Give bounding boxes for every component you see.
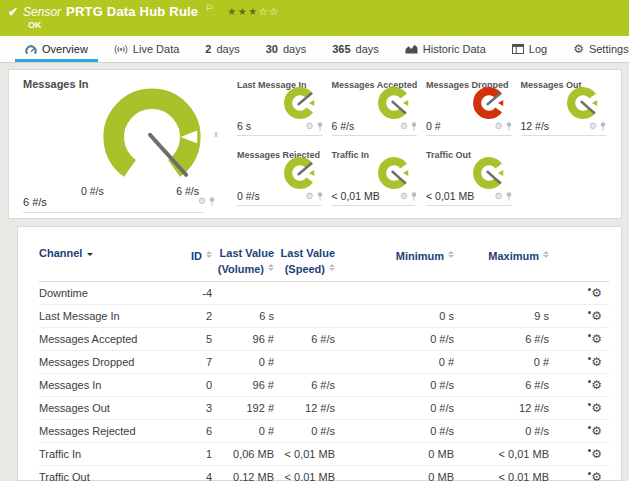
pin-icon[interactable]: [411, 192, 417, 201]
star-icon[interactable]: ☆: [269, 6, 279, 17]
tab-overview[interactable]: Overview: [12, 36, 101, 62]
gear-icon[interactable]: ⚙: [400, 122, 408, 131]
channel-settings-icon[interactable]: ⚙: [591, 471, 602, 481]
gauge-title: Traffic Out: [426, 150, 471, 160]
tab-log[interactable]: Log: [499, 36, 560, 62]
content-area: Messages In x̄ 0 #/s 6 #/s 6 #/s ⚙ Last …: [0, 63, 629, 481]
tab-30-days[interactable]: 30days: [253, 36, 320, 62]
cell-last-value-volume: 0,06 MB: [212, 448, 274, 460]
pin-icon[interactable]: [209, 197, 215, 206]
cell-id: 7: [164, 356, 212, 368]
cell-actions: ⚙: [549, 310, 609, 322]
pin-icon[interactable]: [317, 122, 323, 131]
gauge-value: 6 #/s: [23, 196, 47, 208]
cell-maximum: 12 #/s: [454, 402, 549, 414]
gauge-value-row: < 0,01 MB ⚙: [426, 190, 512, 206]
table-row: Messages Out 3 192 # 12 #/s 0 #/s 12 #/s…: [39, 397, 609, 420]
table-row: Traffic Out 4 0,12 MB < 0,01 MB 0 MB < 0…: [39, 466, 609, 481]
gear-icon[interactable]: ⚙: [198, 197, 206, 206]
live-data-icon: [114, 44, 128, 55]
star-icon[interactable]: ★: [227, 6, 237, 17]
pin-icon[interactable]: [506, 192, 512, 201]
gear-icon[interactable]: ⚙: [494, 122, 502, 131]
gauge-value-row: 0 # ⚙: [426, 120, 512, 136]
priority-stars[interactable]: ★★★☆☆: [227, 7, 279, 17]
gear-icon[interactable]: ⚙: [305, 192, 313, 201]
cell-id: 3: [164, 402, 212, 414]
sensor-status-banner: ✔ Sensor PRTG Data Hub Rule ⚐ ★★★☆☆ OK: [0, 0, 629, 36]
column-header-speed[interactable]: Last Value(Speed): [274, 247, 335, 276]
star-icon[interactable]: ☆: [259, 6, 269, 17]
cell-channel: Downtime: [39, 287, 164, 299]
pin-icon[interactable]: [411, 122, 417, 131]
cell-maximum: < 0,01 MB: [454, 448, 549, 460]
channel-table-body: Downtime -4 ⚙ Last Message In 2 6 s 0 s …: [39, 282, 609, 481]
pin-icon[interactable]: [317, 192, 323, 201]
cell-last-value-volume: 192 #: [212, 402, 274, 414]
gear-icon[interactable]: ⚙: [305, 122, 313, 131]
pin-icon[interactable]: [600, 122, 606, 131]
channel-settings-icon[interactable]: ⚙: [591, 356, 602, 368]
cell-last-value-volume: 0 #: [212, 356, 274, 368]
channel-settings-icon[interactable]: ⚙: [591, 425, 602, 437]
channel-settings-icon[interactable]: ⚙: [591, 333, 602, 345]
column-header-channel[interactable]: Channel: [39, 247, 164, 276]
column-header-volume[interactable]: Last Value(Volume): [212, 247, 274, 276]
flag-icon[interactable]: ⚐: [205, 3, 213, 13]
star-icon[interactable]: ★: [248, 6, 258, 17]
cell-id: 2: [164, 310, 212, 322]
tab-bar: Overview Live Data 2days 30days 365days …: [0, 36, 629, 63]
channel-settings-icon[interactable]: ⚙: [591, 402, 602, 414]
channel-table-header: ChannelIDLast Value(Volume)Last Value(Sp…: [39, 247, 609, 282]
gear-icon[interactable]: ⚙: [589, 122, 597, 131]
gauge-value: 12 #/s: [521, 120, 550, 132]
gauge-title: Messages In: [23, 78, 88, 90]
table-row: Traffic In 1 0,06 MB < 0,01 MB 0 MB < 0,…: [39, 443, 609, 466]
sort-icon: [543, 248, 549, 261]
table-row: Messages In 0 96 # 6 #/s 0 #/s 6 #/s ⚙: [39, 374, 609, 397]
cell-channel: Last Message In: [39, 310, 164, 322]
gauge-value-row: 6 #/s ⚙: [332, 120, 418, 136]
channel-settings-icon[interactable]: ⚙: [591, 448, 602, 460]
channel-settings-icon[interactable]: ⚙: [591, 310, 602, 322]
cell-actions: ⚙: [549, 448, 609, 460]
cell-last-value-speed: 6 #/s: [274, 333, 335, 345]
tab-2-days[interactable]: 2days: [192, 36, 252, 62]
cell-actions: ⚙: [549, 333, 609, 345]
gauge-value-row: 12 #/s ⚙: [521, 120, 607, 136]
cell-minimum: 0 s: [335, 310, 454, 322]
avg-marker-icon: x̄: [214, 130, 218, 139]
gear-icon[interactable]: ⚙: [400, 192, 408, 201]
tab-live-data[interactable]: Live Data: [101, 36, 192, 62]
column-header-max[interactable]: Maximum: [454, 247, 549, 276]
channel-settings-icon[interactable]: ⚙: [591, 287, 602, 299]
column-header-min[interactable]: Minimum: [335, 247, 454, 276]
gauge-value: 6 s: [237, 120, 251, 132]
star-icon[interactable]: ★: [238, 6, 248, 17]
column-header-id[interactable]: ID: [164, 247, 212, 276]
table-row: Messages Rejected 6 0 # 0 #/s 0 #/s 0 #/…: [39, 420, 609, 443]
sort-icon: [329, 261, 335, 274]
cell-channel: Messages Out: [39, 402, 164, 414]
tab-365-days[interactable]: 365days: [319, 36, 392, 62]
cell-last-value-volume: 96 #: [212, 333, 274, 345]
cell-last-value-volume: 0 #: [212, 425, 274, 437]
cell-last-value-speed: 12 #/s: [274, 402, 335, 414]
gauge-icon: [25, 44, 37, 55]
cell-channel: Messages Rejected: [39, 425, 164, 437]
sensor-title: PRTG Data Hub Rule: [66, 4, 198, 19]
gear-icon[interactable]: ⚙: [494, 192, 502, 201]
gauge-messages-in: Messages In x̄ 0 #/s 6 #/s 6 #/s ⚙: [9, 70, 235, 218]
cell-channel: Messages Accepted: [39, 333, 164, 345]
gauge-messages-dropped: Messages Dropped 0 # ⚙: [424, 74, 519, 144]
tab-historic-data[interactable]: Historic Data: [392, 36, 499, 62]
tab-settings[interactable]: ⚙Settings: [560, 36, 629, 62]
pin-icon[interactable]: [506, 122, 512, 131]
gauge-traffic-in: Traffic In < 0,01 MB ⚙: [330, 144, 425, 214]
cell-maximum: 0 #: [454, 356, 549, 368]
cell-minimum: 0 MB: [335, 471, 454, 481]
prtg-sensor-page: ✔ Sensor PRTG Data Hub Rule ⚐ ★★★☆☆ OK O…: [0, 0, 629, 481]
cell-minimum: 0 MB: [335, 448, 454, 460]
sort-desc-icon: [87, 253, 93, 259]
channel-settings-icon[interactable]: ⚙: [591, 379, 602, 391]
